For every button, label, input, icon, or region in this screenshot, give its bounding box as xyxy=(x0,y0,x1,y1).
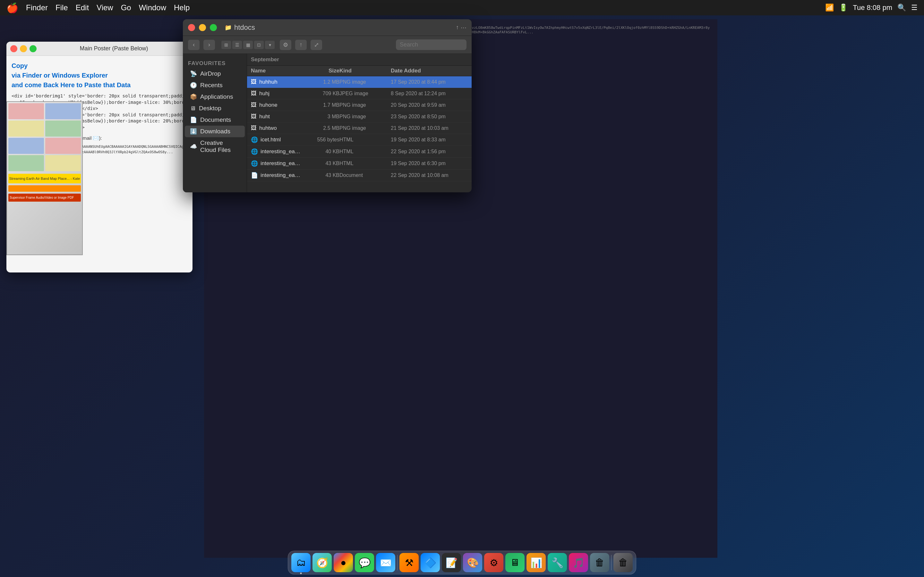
table-row[interactable]: 🖼 huhtwo 2.5 MB PNG image 21 Sep 2020 at… xyxy=(247,122,472,134)
search-icon[interactable]: 🔍 xyxy=(897,3,906,12)
file-icon: 🖼 xyxy=(251,90,257,97)
table-row[interactable]: 📄 interesting_ea...l-----GETME 43 KB Doc… xyxy=(247,169,472,181)
dock-separator-2 xyxy=(611,555,612,570)
window-menu[interactable]: Window xyxy=(139,3,166,12)
dock-safari[interactable]: 🧭 xyxy=(312,553,332,572)
date-column-header[interactable]: Date Added xyxy=(391,68,468,74)
recents-label: Recents xyxy=(200,82,223,89)
dock-misc1[interactable]: 🔷 xyxy=(421,553,440,572)
downloads-icon: ⬇️ xyxy=(190,128,197,135)
share-icon[interactable]: ↑ xyxy=(456,24,459,31)
column-view-button[interactable]: ▦ xyxy=(243,41,253,49)
table-row[interactable]: 🌐 interesting_ea...p_places.html 43 KB H… xyxy=(247,158,472,169)
dock-misc4[interactable]: ⚙ xyxy=(484,553,503,572)
action-icon[interactable]: ⋯ xyxy=(461,24,467,31)
copy-instruction-line3: and come Back Here to Paste that Data xyxy=(11,80,187,90)
maximize-button[interactable] xyxy=(29,45,37,52)
sidebar-item-creativecloud[interactable]: ☁️ Creative Cloud Files xyxy=(185,137,245,156)
dock-trash[interactable]: 🗑 xyxy=(614,553,633,572)
month-label: September xyxy=(247,54,472,66)
share-button[interactable]: ↑ xyxy=(295,40,307,50)
dock-xcode[interactable]: ⚒ xyxy=(399,553,419,572)
name-column-header[interactable]: Name xyxy=(251,68,301,74)
finder-menu[interactable]: Finder xyxy=(26,3,48,12)
file-menu[interactable]: File xyxy=(55,3,68,12)
apple-menu[interactable]: 🍎 xyxy=(6,2,18,13)
dock-misc7[interactable]: 🔧 xyxy=(548,553,567,572)
desktop-icon: 🖥 xyxy=(190,105,196,112)
table-row[interactable]: 🌐 icet.html 556 bytes HTML 19 Sep 2020 a… xyxy=(247,134,472,146)
file-kind: HTML xyxy=(339,161,391,166)
sidebar-item-desktop[interactable]: 🖥 Desktop xyxy=(185,103,245,114)
view-menu[interactable]: View xyxy=(97,3,113,12)
dock-misc2[interactable]: 📝 xyxy=(442,553,461,572)
file-date: 17 Sep 2020 at 8:44 pm xyxy=(391,79,468,85)
copy-instruction-line1: Copy xyxy=(11,61,187,71)
finder-minimize-button[interactable] xyxy=(199,24,206,31)
dock-misc6[interactable]: 📊 xyxy=(527,553,546,572)
table-row[interactable]: 🌐 interesting_ea...p_places.htm 40 KB HT… xyxy=(247,146,472,158)
new-folder-button[interactable]: ⤢ xyxy=(310,40,322,50)
table-row[interactable]: 🖼 huhone 1.7 MB PNG image 20 Sep 2020 at… xyxy=(247,99,472,111)
close-button[interactable] xyxy=(10,45,17,52)
edit-menu[interactable]: Edit xyxy=(76,3,89,12)
file-name: interesting_ea...p_places.html xyxy=(260,160,301,167)
file-kind: PNG image xyxy=(339,79,391,85)
file-kind: PNG image xyxy=(339,114,391,119)
file-icon: 🖼 xyxy=(251,113,257,120)
dock-misc5[interactable]: 🖥 xyxy=(505,553,525,572)
file-name: huhhuh xyxy=(259,79,301,85)
control-center-icon[interactable]: ☰ xyxy=(911,3,918,12)
finder-window-title: htdocs xyxy=(234,23,255,32)
finder-maximize-button[interactable] xyxy=(210,24,217,31)
dock-mail[interactable]: ✉️ xyxy=(376,553,395,572)
help-menu[interactable]: Help xyxy=(174,3,190,12)
sidebar-item-applications[interactable]: 📦 Applications xyxy=(185,91,245,103)
finder-titlebar: 📁 htdocs ↑ ⋯ xyxy=(183,19,472,36)
back-button[interactable]: ‹ xyxy=(188,40,200,50)
go-menu[interactable]: Go xyxy=(121,3,131,12)
more-view-button[interactable]: ▾ xyxy=(265,41,275,49)
file-size: 556 bytes xyxy=(301,137,339,143)
sidebar-item-documents[interactable]: 📄 Documents xyxy=(185,114,245,126)
dock-separator-1 xyxy=(397,555,397,570)
creativecloud-icon: ☁️ xyxy=(190,143,197,150)
dock-misc8[interactable]: 🎵 xyxy=(569,553,588,572)
screenshot-content: Streaming Earth Air Band Map Place... - … xyxy=(7,102,82,255)
dock-misc9[interactable]: 🗑 xyxy=(590,553,609,572)
finder-close-button[interactable] xyxy=(188,24,195,31)
recents-icon: 🕐 xyxy=(190,82,197,89)
dock-chrome[interactable]: ● xyxy=(334,553,353,572)
title-map-label: Streaming Earth Air Band Map Place... - … xyxy=(9,177,80,181)
file-size: 2.5 MB xyxy=(301,125,339,131)
sidebar-item-airdrop[interactable]: 📡 AirDrop xyxy=(185,68,245,79)
list-view-button[interactable]: ☰ xyxy=(232,41,242,49)
kind-column-header[interactable]: Kind xyxy=(339,68,391,74)
file-icon: 🖼 xyxy=(251,102,257,108)
file-name: icet.html xyxy=(260,137,301,143)
sidebar-item-recents[interactable]: 🕐 Recents xyxy=(185,79,245,91)
icon-view-button[interactable]: ⊞ xyxy=(221,41,231,49)
size-column-header[interactable]: Size xyxy=(301,68,339,74)
dock-messages[interactable]: 💬 xyxy=(355,553,374,572)
file-date: 19 Sep 2020 at 6:30 pm xyxy=(391,161,468,166)
applications-label: Applications xyxy=(200,93,233,100)
settings-button[interactable]: ⚙ xyxy=(280,40,291,50)
view-options: ⊞ ☰ ▦ ⊡ ▾ xyxy=(221,41,275,49)
dock-finder[interactable]: 🗂 xyxy=(291,553,310,572)
forward-button[interactable]: › xyxy=(204,40,215,50)
table-row[interactable]: 🖼 huhj 709 KB JPEG image 8 Sep 2020 at 1… xyxy=(247,88,472,99)
file-date: 20 Sep 2020 at 9:59 am xyxy=(391,102,468,108)
gallery-view-button[interactable]: ⊡ xyxy=(254,41,264,49)
documents-label: Documents xyxy=(200,116,231,123)
browser-titlebar: Main Poster (Paste Below) xyxy=(6,42,192,56)
file-size: 43 KB xyxy=(301,161,339,166)
file-size: 3 MB xyxy=(301,114,339,119)
sidebar-item-downloads[interactable]: ⬇️ Downloads xyxy=(185,126,245,137)
minimize-button[interactable] xyxy=(20,45,27,52)
table-row[interactable]: 🖼 huhhuh 1.2 MB PNG image 17 Sep 2020 at… xyxy=(247,76,472,88)
search-input[interactable] xyxy=(396,39,467,50)
dock-misc3[interactable]: 🎨 xyxy=(463,553,482,572)
table-row[interactable]: 🖼 huht 3 MB PNG image 23 Sep 2020 at 8:5… xyxy=(247,111,472,122)
file-icon: 📄 xyxy=(251,172,258,179)
